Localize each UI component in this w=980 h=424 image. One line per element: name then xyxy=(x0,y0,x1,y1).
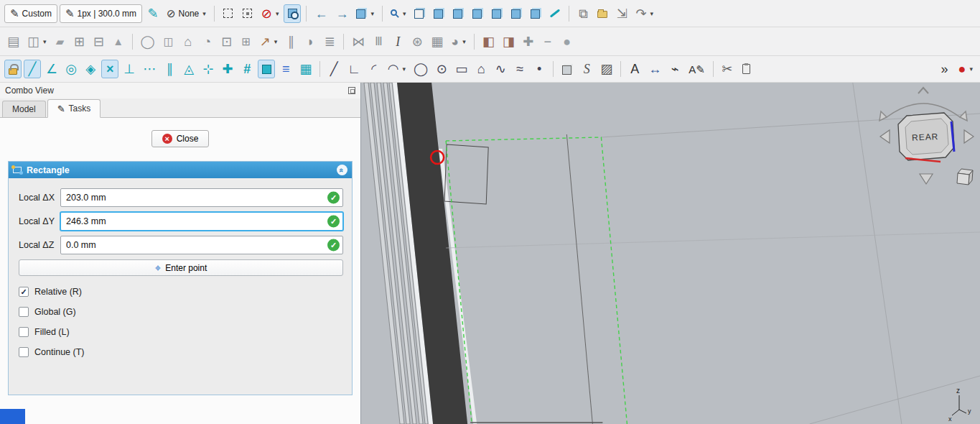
arch-cone-icon[interactable]: ▲ xyxy=(110,32,127,51)
snap-grid-icon[interactable]: # xyxy=(238,60,256,78)
filled-checkbox[interactable]: ✓ xyxy=(19,327,29,337)
draft-fillet-icon[interactable]: ◜ xyxy=(365,60,383,78)
toolbar-overflow-button[interactable]: » xyxy=(936,60,953,78)
view-right-button[interactable] xyxy=(469,4,486,23)
navigation-stop-button[interactable]: ⊘▾ xyxy=(258,4,282,23)
global-checkbox-row[interactable]: ✓ Global (G) xyxy=(19,307,343,317)
grid-toggle-icon[interactable]: ▦ xyxy=(297,60,314,78)
open-folder-button[interactable] xyxy=(594,4,611,23)
draft-hatch-icon[interactable]: ▨ xyxy=(597,60,615,78)
draft-linewidth-combo[interactable]: ✎1px | 300.0 mm xyxy=(60,4,142,23)
arch-column-icon[interactable]: ∥ xyxy=(282,32,299,51)
zoom-tools-button[interactable]: ▾ xyxy=(388,4,409,23)
draft-dimension-icon[interactable]: ↔ xyxy=(645,60,664,78)
draft-slope-icon[interactable]: ▰ xyxy=(52,32,69,51)
local-dz-input[interactable] xyxy=(60,236,343,254)
view-axonometric-button[interactable]: ▾ xyxy=(353,4,377,23)
arch-panel-icon[interactable]: ⊟ xyxy=(90,32,108,51)
box-element-selection-button[interactable] xyxy=(239,4,256,23)
box-selection-button[interactable] xyxy=(220,4,237,23)
macro-record-button[interactable]: ●▾ xyxy=(956,60,976,78)
snap-center-icon[interactable]: ◎ xyxy=(62,60,80,78)
enter-point-button[interactable]: ⌖ Enter point xyxy=(19,259,343,276)
arch-curtain-wall-icon[interactable]: ◗ xyxy=(302,32,319,51)
measure-distance-button[interactable] xyxy=(546,4,564,23)
arch-grid-icon[interactable]: ⊞ xyxy=(71,32,88,51)
draft-bspline-icon[interactable]: ∿ xyxy=(492,60,509,78)
nav-back-button[interactable]: ← xyxy=(312,4,330,23)
snap-perpendicular-icon[interactable]: ⊥ xyxy=(121,60,138,78)
filled-checkbox-row[interactable]: ✓ Filled (L) xyxy=(19,327,343,337)
snap-intersection-icon[interactable]: × xyxy=(101,60,118,78)
clone-button[interactable]: ⧉ xyxy=(574,4,592,23)
draft-point-icon[interactable]: • xyxy=(531,60,548,78)
view-left-button[interactable] xyxy=(527,4,544,23)
view-front-button[interactable] xyxy=(430,4,447,23)
draft-circle-icon[interactable]: ◯ xyxy=(411,60,431,78)
arch-reference-icon[interactable]: ⊡ xyxy=(218,32,235,51)
draft-facebinder-icon[interactable] xyxy=(559,60,576,78)
snap-dimensions-icon[interactable]: ≡ xyxy=(277,60,294,78)
arch-material-icon[interactable]: ◕▾ xyxy=(448,32,468,51)
snap-special-icon[interactable]: ◬ xyxy=(180,60,197,78)
arch-axis-icon[interactable]: ↗▾ xyxy=(257,32,281,51)
rectangle-section-header[interactable]: Rectangle « xyxy=(9,162,352,178)
nav-forward-button[interactable]: → xyxy=(332,4,351,23)
draft-annotation-styles-icon[interactable]: A✎ xyxy=(686,60,708,78)
arch-pipe-connector-icon[interactable]: ◨ xyxy=(500,32,518,51)
draft-named-group-icon[interactable]: ◫▾ xyxy=(24,32,50,51)
arch-add-component-icon[interactable]: ✚ xyxy=(520,32,537,51)
snap-angle-icon[interactable]: ◈ xyxy=(82,60,99,78)
share-button[interactable]: ↷▾ xyxy=(633,4,656,23)
draft-shapestring-icon[interactable]: S xyxy=(578,60,595,78)
draft-line-icon[interactable]: ╱ xyxy=(325,60,342,78)
float-panel-icon[interactable] xyxy=(348,87,355,94)
view-top-button[interactable] xyxy=(449,4,467,23)
global-checkbox[interactable]: ✓ xyxy=(19,307,29,317)
draft-apply-style-button[interactable]: ✎ xyxy=(144,4,162,23)
snap-extension-icon[interactable]: ⋯ xyxy=(140,60,159,78)
paste-icon[interactable] xyxy=(738,60,755,78)
arch-schedule-grid-icon[interactable]: ⊞ xyxy=(238,32,255,51)
relative-checkbox-row[interactable]: ✓ Relative (R) xyxy=(19,287,343,297)
view-bottom-button[interactable] xyxy=(508,4,525,23)
arch-component-icon[interactable]: ⊛ xyxy=(409,32,426,51)
arch-pipe-icon[interactable]: ◧ xyxy=(480,32,498,51)
3d-viewport[interactable]: REAR z y x xyxy=(361,83,980,424)
arch-profile-icon[interactable]: I xyxy=(389,32,406,51)
arch-building-icon[interactable]: ⌂ xyxy=(179,32,197,51)
draft-ellipse-icon[interactable]: ⊙ xyxy=(433,60,450,78)
arch-stairs-icon[interactable]: ≣ xyxy=(321,32,338,51)
arch-fence-icon[interactable]: Ⅲ xyxy=(370,32,387,51)
draft-polyline-icon[interactable]: ∟ xyxy=(345,60,363,78)
draft-label-icon[interactable]: ⌁ xyxy=(666,60,683,78)
view-sync-selection-button[interactable] xyxy=(284,4,301,23)
local-dy-input[interactable] xyxy=(60,212,343,231)
draft-bezier-icon[interactable]: ≈ xyxy=(511,60,528,78)
continue-checkbox-row[interactable]: ✓ Continue (T) xyxy=(19,347,343,357)
relative-checkbox[interactable]: ✓ xyxy=(19,287,29,297)
tab-tasks[interactable]: ✎ Tasks xyxy=(47,99,101,118)
arch-remove-component-icon[interactable]: − xyxy=(539,32,556,51)
view-fit-all-button[interactable] xyxy=(411,4,428,23)
snap-working-plane-icon[interactable] xyxy=(258,60,275,78)
close-task-button[interactable]: × Close xyxy=(151,130,210,147)
cut-icon[interactable]: ✂ xyxy=(719,60,736,78)
snap-parallel-icon[interactable]: ∥ xyxy=(161,60,178,78)
snap-lock-icon[interactable] xyxy=(4,60,22,78)
navigation-cube[interactable]: REAR xyxy=(869,84,978,192)
snap-endpoint-icon[interactable]: ╱ xyxy=(24,60,41,78)
draft-style-combo[interactable]: ✎Custom xyxy=(4,4,57,23)
arch-space-icon[interactable]: ◯ xyxy=(138,32,158,51)
arch-survey-icon[interactable]: ● xyxy=(559,32,576,51)
draft-text-icon[interactable]: A xyxy=(626,60,643,78)
snap-near-icon[interactable]: ⊹ xyxy=(200,60,217,78)
tab-model[interactable]: Model xyxy=(2,101,46,117)
snap-midpoint-icon[interactable]: ∠ xyxy=(43,60,60,78)
arch-section-plane-icon[interactable]: ◔ xyxy=(199,32,216,51)
draft-layers-icon[interactable]: ▤ xyxy=(4,32,22,51)
arch-truss-icon[interactable]: ⋈ xyxy=(349,32,368,51)
local-dx-input[interactable] xyxy=(60,188,343,207)
continue-checkbox[interactable]: ✓ xyxy=(19,347,29,357)
mini-cube-icon[interactable] xyxy=(957,169,973,185)
